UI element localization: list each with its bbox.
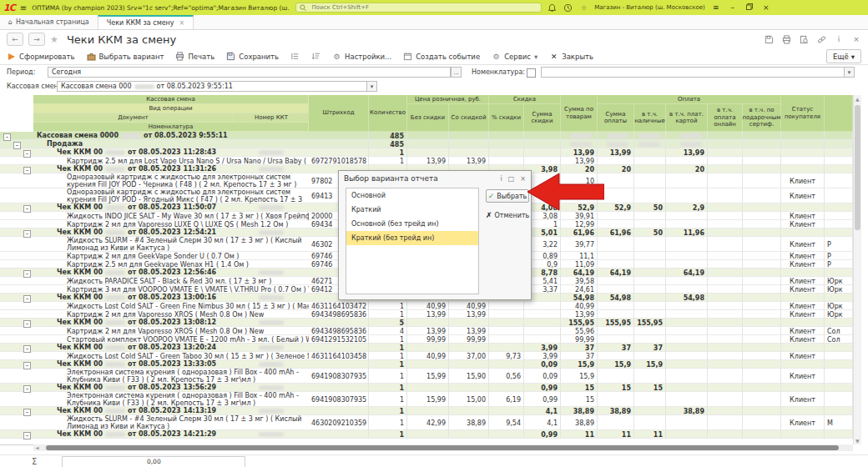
cell-pct[interactable] [489,360,524,369]
cell-status[interactable]: Клиент [781,310,825,319]
cell-status[interactable] [781,407,825,415]
cell-card[interactable] [666,260,708,269]
cell-online[interactable] [708,157,743,165]
cell-card[interactable] [666,392,708,407]
cell-card[interactable] [666,173,708,188]
cell-paid[interactable]: 13,99 [598,148,634,157]
cell-paid[interactable] [598,260,634,269]
cell-cert[interactable] [743,157,781,165]
cell-dsum[interactable]: 0,99 [524,384,561,392]
cell-extra[interactable]: Р [825,237,853,252]
close-form-icon[interactable]: × [851,34,861,44]
shift-combo[interactable]: Кассовая смена 000от 08.05.2023 9:55:11 [57,81,367,92]
cell-online[interactable] [708,369,743,384]
cell-paid[interactable] [598,415,634,430]
cell-status[interactable]: Клиент [781,285,825,294]
cell-card[interactable] [666,310,708,319]
cell-nodisc[interactable]: 99,99 [407,335,449,344]
table-row-check[interactable]: –Чек ККМ 00от 08.05.2023 13:20:2413,9937… [0,344,853,352]
cell-total[interactable]: 155,95 [561,319,598,327]
global-search[interactable] [295,3,542,13]
cell-qty[interactable]: 1 [369,430,407,439]
cell-cert[interactable] [743,392,781,407]
cell-cert[interactable] [743,140,781,148]
cell-cert[interactable] [743,277,781,285]
cell-document[interactable]: Чек ККМ 00от 08.05.2023 13:08:12 [33,319,234,326]
cell-qty[interactable]: 485 [369,140,407,148]
cell-extra[interactable]: Сол [825,327,853,335]
cell-dsum[interactable]: 3,99 [524,344,561,352]
cell-qty[interactable]: 1 [369,392,407,407]
cell-cert[interactable] [743,237,781,252]
cell-card[interactable]: 54,98 [666,294,708,302]
cell-qty[interactable]: 1 [369,384,407,392]
cell-card[interactable] [666,252,708,260]
cell-status[interactable]: Клиент [781,220,825,228]
cell-qty[interactable]: 5 [369,319,407,327]
collapse-icon[interactable]: – [23,432,31,439]
cell-total[interactable]: 11 [561,430,598,439]
cell-qty[interactable]: 1 [369,344,407,352]
dialog-link-icon[interactable]: i [501,175,502,183]
cell-online[interactable] [708,269,743,277]
cell-cash[interactable] [634,252,666,260]
cell-extra[interactable] [825,269,853,277]
cell-online[interactable] [708,344,743,352]
cell-paid[interactable] [598,212,634,220]
cell-extra[interactable]: Юрк [825,302,853,310]
cell-nodisc[interactable]: 15,99 [407,392,449,407]
restore-button[interactable] [744,3,755,12]
shift-dropdown-button[interactable]: ▾ [366,81,377,92]
cell-card[interactable] [666,384,708,392]
cell-card[interactable] [666,285,708,294]
cell-total[interactable]: 54,98 [561,294,598,302]
cell-cert[interactable] [743,212,781,220]
cell-online[interactable] [708,384,743,392]
cell-total[interactable] [561,140,598,148]
cell-pct[interactable]: 9,54 [489,415,524,430]
cell-cash[interactable]: 50 [634,228,666,237]
cell-extra[interactable]: Юрк [825,310,853,319]
cell-qty[interactable]: 485 [369,132,407,140]
tab-cheki-kkm[interactable]: Чеки ККМ за смену × [98,15,194,29]
cell-disc[interactable] [449,344,489,352]
cell-extra[interactable]: Р [825,252,853,260]
scroll-up-icon[interactable]: ▲ [855,96,860,102]
cell-card[interactable] [666,352,708,360]
cell-disc[interactable] [449,360,489,369]
table-row-item[interactable]: Картридж 2 мл для Vaporesso XROS ( Mesh … [0,310,853,319]
tab-close-icon[interactable]: × [179,19,185,27]
variant-option-2[interactable]: Краткий [346,203,478,217]
cell-dsum[interactable]: 0,99 [524,392,561,407]
cell-extra[interactable] [825,360,853,369]
cell-barcode[interactable]: 4630209210359 [309,415,369,430]
horizontal-scrollbar[interactable]: ◄ [33,444,853,451]
favorites-star-icon[interactable]: ☆ [578,3,589,13]
cell-online[interactable] [708,212,743,220]
cell-card[interactable]: 2,9 [666,203,708,212]
cell-total[interactable]: 15,9 [561,369,598,384]
cell-card[interactable] [666,132,708,140]
choose-variant-button[interactable]: Выбрать вариант [87,52,164,61]
cell-extra[interactable] [825,165,853,173]
cell-dsum[interactable]: 0,09 [524,360,561,369]
cell-nomenclature[interactable]: Жидкость Lost Cold SALT - Green Fine Nim… [33,302,309,310]
cell-qty[interactable]: 1 [369,352,407,360]
cell-cash[interactable] [634,302,666,310]
cell-extra[interactable]: М [825,415,853,430]
cell-status[interactable]: Клиент [781,188,825,203]
cell-nomenclature[interactable]: Картридж 2.5 мл для Geekvape Wenax H1 ( … [33,260,309,269]
print-button[interactable]: Печать [175,52,214,61]
cell-card[interactable]: 64,19 [666,269,708,277]
cell-online[interactable] [708,335,743,344]
cell-pct[interactable] [489,302,524,310]
cell-online[interactable] [708,228,743,237]
cell-paid[interactable] [598,369,634,384]
cell-cert[interactable] [743,294,781,302]
cell-nomenclature[interactable]: Картридж 2 мл для GeekVape Sonder U ( 0.… [33,252,309,260]
cell-barcode[interactable]: 4631164103472 [309,302,369,310]
cell-cert[interactable] [743,228,781,237]
cell-pct[interactable] [489,430,524,439]
cell-nodisc[interactable]: 40,99 [407,302,449,310]
cell-cash[interactable] [634,165,666,173]
